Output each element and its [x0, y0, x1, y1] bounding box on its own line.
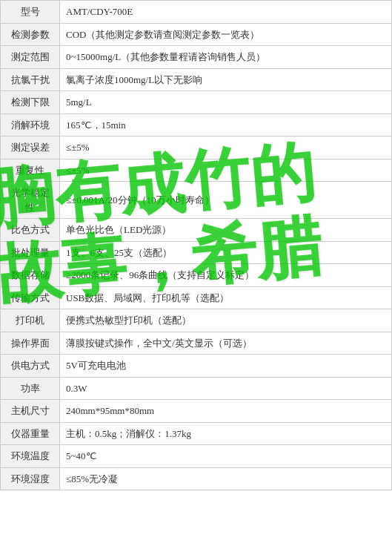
row-value: USB数据、局域网、打印机等（选配） [60, 286, 392, 309]
row-label: 打印机 [1, 309, 60, 332]
table-row: 检测下限5mg/L [1, 91, 392, 114]
row-value: ≥2000条记录、96条曲线（支持自定义标定） [60, 264, 392, 287]
table-row: 传输方式USB数据、局域网、打印机等（选配） [1, 286, 392, 309]
table-row: 光学稳定性≤±0.001A/20分钟（10万小时寿命） [1, 182, 392, 219]
row-label: 比色方式 [1, 219, 60, 242]
row-label: 主机尺寸 [1, 400, 60, 423]
table-row: 检测参数COD（其他测定参数请查阅测定参数一览表） [1, 23, 392, 46]
table-row: 批处理量1支、6支、25支（选配） [1, 241, 392, 264]
table-row: 重复性≤±5% [1, 159, 392, 182]
table-row: 功率0.3W [1, 377, 392, 400]
row-value: ≤±5% [60, 136, 392, 159]
row-value: 单色光比色（LED光源） [60, 219, 392, 242]
row-value: 0.3W [60, 377, 392, 400]
row-value: 0~15000mg/L（其他参数量程请咨询销售人员） [60, 46, 392, 69]
row-value: 主机：0.5kg；消解仪：1.37kg [60, 422, 392, 445]
row-label: 测定范围 [1, 46, 60, 69]
row-value: 1支、6支、25支（选配） [60, 241, 392, 264]
table-row: 操作界面薄膜按键式操作，全中文/英文显示（可选） [1, 332, 392, 355]
row-value: 薄膜按键式操作，全中文/英文显示（可选） [60, 332, 392, 355]
row-label: 功率 [1, 377, 60, 400]
table-row: 供电方式5V可充电电池 [1, 355, 392, 378]
row-label: 供电方式 [1, 355, 60, 378]
row-value: ≤±0.001A/20分钟（10万小时寿命） [60, 182, 392, 219]
row-label: 仪器重量 [1, 422, 60, 445]
row-value: 165℃，15min [60, 114, 392, 136]
row-label: 传输方式 [1, 286, 60, 309]
table-row: 抗氯干扰氯离子浓度1000mg/L以下无影响 [1, 68, 392, 91]
row-value: ≤±5% [60, 159, 392, 182]
row-value: 5V可充电电池 [60, 355, 392, 378]
row-label: 检测下限 [1, 91, 60, 114]
table-row: 环境湿度≤85%无冷凝 [1, 467, 392, 490]
row-label: 环境温度 [1, 445, 60, 468]
row-label: 型号 [1, 1, 60, 24]
row-value: ≤85%无冷凝 [60, 467, 392, 490]
row-label: 测定误差 [1, 136, 60, 159]
table-row: 测定范围0~15000mg/L（其他参数量程请咨询销售人员） [1, 46, 392, 69]
row-label: 数据存储 [1, 264, 60, 287]
table-row: 数据存储≥2000条记录、96条曲线（支持自定义标定） [1, 264, 392, 287]
table-row: 比色方式单色光比色（LED光源） [1, 219, 392, 242]
row-label: 抗氯干扰 [1, 68, 60, 91]
row-label: 批处理量 [1, 241, 60, 264]
table-row: 测定误差≤±5% [1, 136, 392, 159]
table-row: 打印机便携式热敏型打印机（选配） [1, 309, 392, 332]
row-label: 环境湿度 [1, 467, 60, 490]
row-label: 消解环境 [1, 114, 60, 136]
row-value: 氯离子浓度1000mg/L以下无影响 [60, 68, 392, 91]
specs-table: 型号AMT/CDY-700E检测参数COD（其他测定参数请查阅测定参数一览表）测… [0, 0, 392, 490]
row-value: 5mg/L [60, 91, 392, 114]
table-row: 主机尺寸240mm*95mm*80mm [1, 400, 392, 423]
table-row: 仪器重量主机：0.5kg；消解仪：1.37kg [1, 422, 392, 445]
table-row: 型号AMT/CDY-700E [1, 1, 392, 24]
row-value: 240mm*95mm*80mm [60, 400, 392, 423]
row-label: 检测参数 [1, 23, 60, 46]
row-value: AMT/CDY-700E [60, 1, 392, 24]
row-value: COD（其他测定参数请查阅测定参数一览表） [60, 23, 392, 46]
row-label: 重复性 [1, 159, 60, 182]
row-label: 光学稳定性 [1, 182, 60, 219]
table-row: 环境温度5~40℃ [1, 445, 392, 468]
table-row: 消解环境165℃，15min [1, 114, 392, 136]
row-value: 便携式热敏型打印机（选配） [60, 309, 392, 332]
row-value: 5~40℃ [60, 445, 392, 468]
row-label: 操作界面 [1, 332, 60, 355]
